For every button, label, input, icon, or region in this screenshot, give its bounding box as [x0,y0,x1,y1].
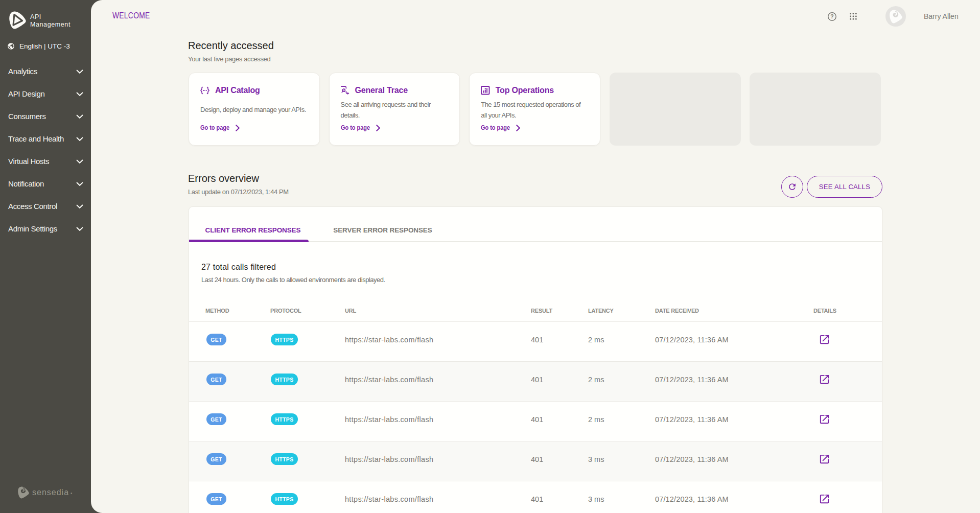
svg-text:?: ? [830,13,833,19]
